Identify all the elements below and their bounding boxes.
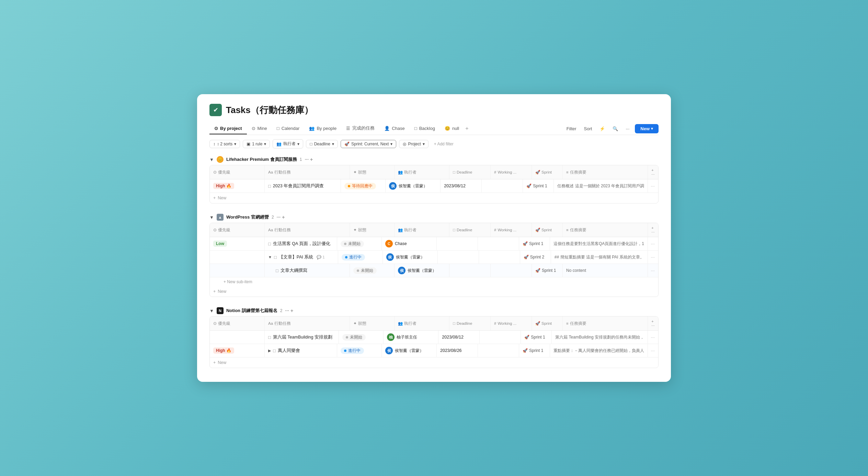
sprint-icon-cell: 🚀 [523, 348, 528, 353]
new-sub-item-button[interactable]: + New sub-item [210, 277, 658, 286]
add-filter-button[interactable]: + Add filter [431, 140, 456, 148]
tab-null[interactable]: 😊 null [440, 123, 464, 134]
td-working [491, 264, 532, 277]
tab-completed-label: 完成的任務 [352, 125, 375, 131]
assignee-name: Chase [395, 241, 407, 246]
tab-by-project[interactable]: ⊙ By project [209, 123, 247, 134]
td-status[interactable]: 未開始 [337, 237, 382, 250]
new-row-label: New [218, 196, 226, 200]
project-wordpress-toggle[interactable]: ▼ [209, 215, 214, 220]
filter-deadline[interactable]: □ Deadline ▾ [306, 140, 338, 148]
project-notion-toggle[interactable]: ▼ [209, 308, 214, 313]
td-task[interactable]: ▼ □ 【文章】PAI 系統 💬 1 [265, 251, 338, 264]
assignee-icon: 👥 [276, 142, 282, 146]
filter-rule[interactable]: ▣ 1 rule ▾ [243, 140, 270, 148]
priority-badge: High 🔥 [213, 347, 234, 354]
sprint-icon-cell: 🚀 [524, 335, 529, 340]
comment-icon: 💬 1 [317, 255, 324, 259]
tab-backlog[interactable]: □ Backlog [410, 123, 440, 134]
rule-chevron: ▾ [264, 142, 266, 146]
td-deadline [437, 237, 478, 250]
project-notion-actions[interactable]: ··· + [285, 308, 293, 313]
project-lifehacker-toggle[interactable]: ▼ [209, 157, 214, 162]
tab-chase[interactable]: 👤 Chase [379, 123, 410, 134]
filter-sprint[interactable]: 🚀 Sprint: Current, Next ▾ [341, 140, 396, 148]
sort-button[interactable]: Sort [582, 125, 594, 133]
new-row-icon: + [213, 289, 216, 294]
new-row-wordpress[interactable]: + New [210, 286, 658, 297]
td-working [479, 251, 520, 264]
td-task[interactable]: □ 2023 年會員訂閱用戶調查 [265, 179, 341, 192]
status-label: 等待回應中 [352, 184, 373, 189]
td-task[interactable]: ▶ □ 萬人同樂會 [265, 344, 337, 357]
sprint-value: Sprint 2 [530, 255, 544, 259]
tab-mine[interactable]: ⊙ Mine [247, 123, 272, 134]
tab-add-button[interactable]: + [465, 125, 468, 132]
td-working [478, 237, 519, 250]
td-task[interactable]: □ 生活黑客 QA 頁面，設計優化 [265, 237, 337, 250]
project-wordpress-actions[interactable]: ··· + [277, 214, 285, 220]
tab-completed[interactable]: ☰ 完成的任務 [341, 122, 379, 135]
td-task[interactable]: □ 第六屆 TeamBuilding 安排規劃 [265, 331, 339, 344]
td-status[interactable]: 等待回應中 [341, 179, 386, 192]
new-button-chevron: ▾ [651, 126, 653, 131]
new-row-notion[interactable]: + New [210, 357, 658, 368]
app-container: ✔ Tasks（行動任務庫） ⊙ By project ⊙ Mine □ Cal… [197, 94, 671, 382]
th-status-n: ✦ 狀態 [350, 317, 395, 330]
td-status[interactable]: 進行中 [338, 251, 383, 264]
td-sprint: 🚀 Sprint 1 [523, 179, 554, 192]
filter-assignee[interactable]: 👥 執行者 ▾ [273, 139, 303, 148]
tab-null-icon: 😊 [445, 126, 450, 131]
task-name-label: 【文章】PAI 系統 [279, 254, 313, 260]
header: ✔ Tasks（行動任務庫） ⊙ By project ⊙ Mine □ Cal… [197, 94, 671, 135]
td-status[interactable]: 進行中 [337, 344, 382, 357]
new-row-lifehacker[interactable]: + New [210, 193, 658, 203]
lightning-button[interactable]: ⚡ [597, 125, 607, 133]
row-toggle[interactable]: ▶ [268, 348, 271, 353]
row-toggle[interactable]: ▼ [268, 255, 272, 259]
project-wordpress-thead: ⊙ 優先級 Aa 行動任務 ✦ 狀態 👥 執行者 □ Deadline # Wo… [210, 223, 658, 237]
assignee-wrap: 侯 侯智薰（雷蒙） [386, 253, 425, 261]
status-chip: 未開始 [342, 334, 366, 341]
tab-by-project-icon: ⊙ [214, 126, 218, 131]
assignee-chevron: ▾ [297, 142, 299, 146]
new-button[interactable]: New ▾ [635, 124, 659, 133]
new-row-label: New [218, 289, 226, 294]
sorts-label: ↕ 2 sorts [217, 142, 232, 146]
th-deadline-wp: □ Deadline [449, 223, 491, 237]
table-row-sub: □ 文章大綱撰寫 未開始 侯 侯智薰（雷蒙） [210, 264, 658, 277]
project-chevron: ▾ [423, 142, 425, 146]
th-working-n: # Working ... [491, 317, 532, 330]
table-row: Low □ 生活黑客 QA 頁面，設計優化 未開始 C [210, 237, 658, 251]
project-icon: ◎ [403, 142, 406, 146]
task-doc-icon: □ [268, 241, 271, 246]
td-task-sub[interactable]: □ 文章大綱撰寫 [265, 264, 350, 277]
project-notion-header: ▼ N Notion 訓練營第七屆報名 2 ··· + [209, 304, 659, 316]
app-icon: ✔ [209, 104, 222, 116]
status-dot [344, 350, 346, 352]
sprint-chevron: ▾ [390, 142, 392, 146]
filter-sorts[interactable]: ↕ ↕ 2 sorts ▾ [209, 140, 240, 148]
task-name-label: 第六屆 TeamBuilding 安排規劃 [273, 334, 332, 340]
td-status[interactable]: 未開始 [339, 331, 384, 344]
td-summary: 重點摘要：－萬人同樂會的任務已經開始，負責人 [550, 344, 648, 357]
main-content: ▼ 😊 Lifehacker Premium 會員訂閱服務 1 ··· + ⊙ … [197, 153, 671, 368]
tab-by-people[interactable]: 👥 By people [304, 123, 341, 134]
tab-by-people-icon: 👥 [309, 126, 315, 131]
th-summary-0: ≡ 任務摘要 [563, 165, 648, 179]
td-status[interactable]: 未開始 [350, 264, 395, 277]
project-lifehacker: ▼ 😊 Lifehacker Premium 會員訂閱服務 1 ··· + ⊙ … [209, 153, 659, 203]
td-sprint: 🚀 Sprint 1 [519, 237, 550, 250]
th-sprint-0: 🚀 Sprint [532, 165, 563, 179]
tab-calendar[interactable]: □ Calendar [272, 123, 305, 134]
assignee-wrap: 侯 侯智薰（雷蒙） [385, 347, 424, 354]
search-button[interactable]: 🔍 [610, 125, 620, 133]
filter-button[interactable]: Filter [564, 125, 579, 133]
th-working-0: # Working ... [491, 165, 532, 179]
filter-project[interactable]: ◎ Project ▾ [399, 140, 428, 148]
project-lifehacker-actions[interactable]: ··· + [305, 157, 313, 162]
more-button[interactable]: ··· [624, 125, 631, 133]
table-row: □ 第六屆 TeamBuilding 安排規劃 未開始 柚 柚子班主任 [210, 331, 658, 344]
th-assignee-n: 👥 執行者 [395, 317, 449, 330]
project-lifehacker-icon: 😊 [217, 156, 224, 163]
